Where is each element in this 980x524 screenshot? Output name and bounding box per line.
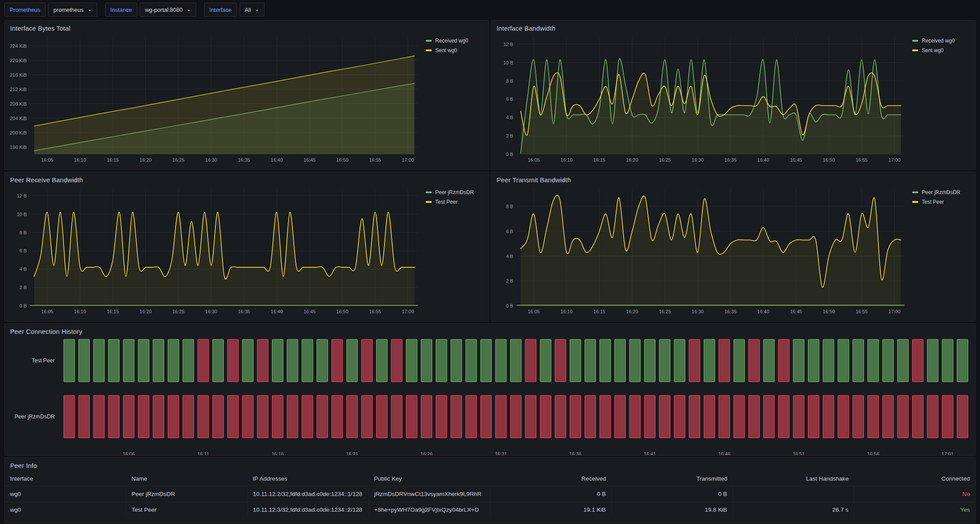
panel-legend: Received wg0Sent wg0 [420,32,486,164]
legend-item[interactable]: Peer jRzmDsDR [912,189,973,195]
status-bar-disconnected [257,395,268,438]
x-axis-tick: 16:20 [140,157,152,163]
table-row: wg0Peer jRzmDsDR10.11.12.2/32,fdfd:d3ad:… [5,486,975,502]
table-column-header[interactable]: IP Addresses [247,471,369,486]
x-axis-tick: 16:16 [271,451,284,456]
legend-series-swatch [912,201,918,203]
status-bar-connected [63,339,75,382]
table-column-header[interactable]: Received [490,471,611,486]
x-axis-tick: 16:25 [659,157,671,163]
panel-title: Interface Bandwidth [491,21,975,32]
status-bar-connected [465,339,477,382]
status-bar-connected [793,339,804,382]
legend-item[interactable]: Received wg0 [912,38,973,44]
legend-item[interactable]: Test Peer [912,199,973,205]
x-axis-tick: 16:30 [205,309,218,314]
variable-value-prometheus-dropdown[interactable]: prometheus ⌄ [48,3,97,17]
timeseries-plot-area[interactable]: 16:0516:1016:1516:2016:2516:3016:3516:40… [492,184,907,315]
x-axis-tick: 16:20 [626,309,638,314]
legend-item[interactable]: Test Peer [426,199,486,205]
status-bar-connected [480,339,492,382]
x-axis-tick: 16:05 [528,309,540,314]
legend-item[interactable]: Received wg0 [426,38,486,44]
x-axis-tick: 16:25 [173,309,185,314]
variable-value-instance-dropdown[interactable]: wg-portal:8080 ⌄ [140,3,196,17]
series-area [34,56,415,154]
x-axis-tick: 16:21 [346,451,358,456]
variable-value-text: wg-portal:8080 [145,7,183,13]
status-bar-disconnected [867,395,879,438]
table-column-header[interactable]: Connected [854,471,975,486]
status-history-plot[interactable]: Test PeerPeer jRzmDsDR16:0616:1116:1616:… [5,336,975,456]
panel-legend: Peer jRzmDsDRTest Peer [420,184,486,315]
status-bar-disconnected [778,395,790,438]
timeseries-plot-area[interactable]: 16:0516:1016:1516:2016:2516:3016:3516:40… [6,32,420,164]
status-bar-disconnected [331,339,343,382]
status-bar-disconnected [748,395,760,438]
status-bar-disconnected [346,395,358,438]
status-bar-disconnected [421,395,432,438]
variable-value-text: prometheus [53,7,84,13]
x-axis-tick: 16:15 [593,157,606,163]
chevron-down-icon: ⌄ [187,7,191,12]
y-axis-tick: 6 B [19,248,27,253]
table-cell-transmitted: 19.8 KiB [611,502,733,518]
panel-row-2: Peer Receive Bandwidth 16:0516:1016:1516… [4,172,976,322]
status-bar-connected [78,339,90,382]
panel-interface-bandwidth: Interface Bandwidth 16:0516:1016:1516:20… [491,20,976,170]
timeseries-plot-area[interactable]: 16:0516:1016:1516:2016:2516:3016:3516:40… [6,184,420,315]
status-bar-disconnected [778,339,790,382]
status-bar-disconnected [168,395,179,438]
table-cell-name: Peer jRzmDsDR [126,486,247,502]
status-bar-connected [123,339,134,382]
legend-item[interactable]: Sent wg0 [426,47,486,53]
status-bar-disconnected [689,395,700,438]
status-bar-connected [93,339,105,382]
panel-title: Peer Receive Bandwidth [5,172,489,184]
status-bar-connected [704,339,715,382]
y-axis-tick: 8 B [19,230,27,235]
table-column-header[interactable]: Last Handshake [733,471,854,486]
table-cell-transmitted: 0 B [611,486,733,502]
legend-series-label: Received wg0 [435,38,468,44]
status-bar-disconnected [212,395,224,438]
legend-item[interactable]: Peer jRzmDsDR [426,189,486,195]
y-axis-tick: 6 B [506,229,513,234]
status-history-row: Peer jRzmDsDR [10,395,970,438]
x-axis-tick: 16:50 [336,157,349,163]
table-cell-connected: Yes [854,502,975,518]
timeseries-plot-area[interactable]: 16:0516:1016:1516:2016:2516:3016:3516:40… [492,32,907,164]
status-bar-disconnected [838,395,849,438]
variable-label-prometheus: Prometheus [4,3,46,17]
status-bar-disconnected [674,395,685,438]
table-cell-interface: wg0 [5,502,126,518]
panel-legend: Peer jRzmDsDRTest Peer [907,184,973,315]
y-axis-tick: 2 B [19,285,27,290]
status-bar-connected [138,339,149,382]
y-axis-tick: 196 KiB [10,145,27,150]
x-axis-tick: 16:11 [197,451,209,456]
status-history-x-axis: 16:0616:1116:1616:2116:2616:3116:3616:41… [62,451,970,456]
table-column-header[interactable]: Transmitted [611,471,733,486]
y-axis-tick: 0 B [506,303,513,308]
status-bar-disconnected [555,395,566,438]
table-column-header[interactable]: Public Key [369,471,490,486]
x-axis-tick: 16:51 [793,451,805,456]
x-axis-tick: 16:25 [173,157,185,163]
x-axis-tick: 16:35 [724,157,737,163]
status-bar-disconnected [272,395,283,438]
y-axis-tick: 224 KiB [10,43,27,49]
variable-control-prometheus: Prometheus prometheus ⌄ [4,3,97,17]
table-column-header[interactable]: Name [126,471,247,486]
status-bar-disconnected [123,395,134,438]
status-bar-disconnected [361,395,373,438]
x-axis-tick: 16:15 [593,309,606,314]
variable-value-interface-dropdown[interactable]: All ⌄ [240,3,265,17]
x-axis-tick: 16:45 [303,157,316,163]
status-history-row-label: Peer jRzmDsDR [10,395,62,438]
table-column-header[interactable]: Interface [5,471,126,486]
status-bar-disconnected [853,395,864,438]
legend-item[interactable]: Sent wg0 [912,47,973,53]
variable-value-text: All [245,7,251,13]
x-axis-tick: 17:01 [941,451,954,456]
